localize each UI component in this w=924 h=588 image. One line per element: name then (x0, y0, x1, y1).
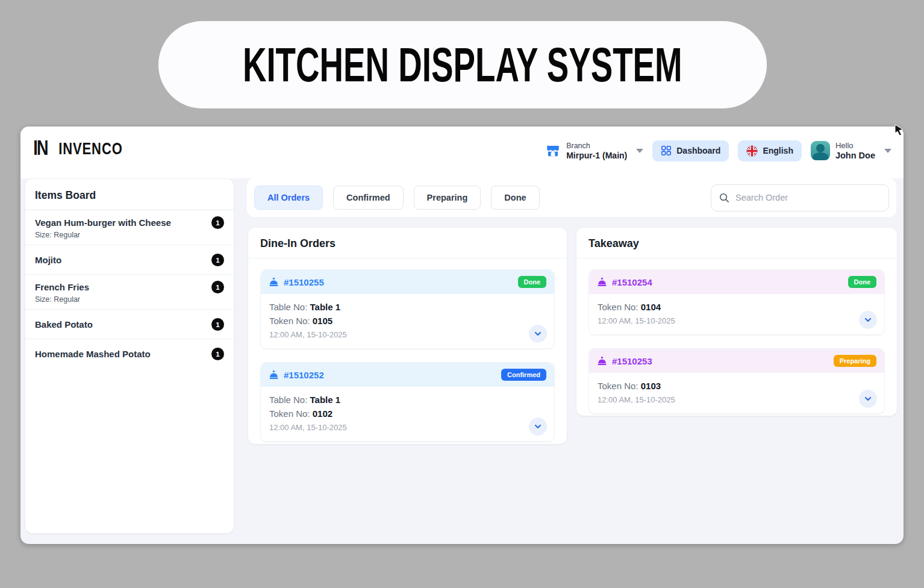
table-label: Table No: (269, 395, 310, 405)
store-icon (545, 143, 561, 158)
table-value: Table 1 (310, 302, 341, 312)
order-number: #1510254 (612, 277, 652, 287)
item-name: French Fries (35, 282, 89, 292)
order-number: #1510255 (284, 277, 324, 287)
title-banner: KITCHEN DISPLAY SYSTEM (158, 21, 767, 108)
items-board-title: Items Board (25, 179, 234, 210)
expand-order-button[interactable] (859, 390, 877, 408)
chevron-down-icon[interactable] (636, 149, 643, 153)
token-value: 0102 (313, 408, 332, 419)
order-card[interactable]: #1510253 Preparing Token No: 0103 12:00 … (588, 348, 885, 414)
table-label: Table No: (269, 302, 310, 312)
takeaway-panel: Takeaway #1510254 Done T (576, 228, 897, 416)
order-timestamp: 12:00 AM, 15-10-2025 (269, 421, 546, 434)
order-number: #1510252 (284, 370, 324, 380)
chevron-down-icon (533, 329, 543, 339)
tab-done[interactable]: Done (491, 186, 539, 210)
tab-confirmed[interactable]: Confirmed (333, 186, 404, 210)
tab-preparing[interactable]: Preparing (414, 186, 481, 210)
chevron-down-icon[interactable] (884, 149, 891, 153)
branch-value: Mirpur-1 (Main) (566, 151, 627, 160)
header-controls: Branch Mirpur-1 (Main) Dashboard (545, 140, 891, 161)
page-title: KITCHEN DISPLAY SYSTEM (243, 37, 682, 92)
order-card[interactable]: #1510252 Confirmed Table No: Table 1 Tok… (260, 362, 555, 442)
list-item[interactable]: Vegan Hum-burger with Cheese 1 Size: Reg… (25, 210, 234, 245)
token-label: Token No: (269, 316, 313, 326)
dine-in-title: Dine-In Orders (248, 228, 567, 258)
chevron-down-icon (863, 315, 873, 325)
token-value: 0105 (313, 316, 332, 326)
dine-in-panel: Dine-In Orders #1510255 Done (248, 228, 567, 444)
list-item[interactable]: French Fries 1 Size: Regular (25, 275, 234, 310)
expand-order-button[interactable] (529, 325, 547, 343)
app-window: IN INVENCO Branch Mirpur-1 (Main) (20, 127, 904, 544)
order-card-body: Token No: 0104 12:00 AM, 15-10-2025 (589, 294, 884, 334)
order-card-header: #1510252 Confirmed (261, 363, 554, 387)
search-input[interactable] (735, 193, 881, 202)
order-number: #1510253 (612, 356, 652, 366)
order-card-body: Token No: 0103 12:00 AM, 15-10-2025 (589, 373, 884, 413)
order-timestamp: 12:00 AM, 15-10-2025 (269, 328, 546, 342)
list-item[interactable]: Mojito 1 (25, 245, 234, 275)
list-item[interactable]: Baked Potato 1 (25, 310, 234, 339)
order-card-body: Table No: Table 1 Token No: 0102 12:00 A… (261, 387, 554, 441)
list-item[interactable]: Homemade Mashed Potato 1 (25, 339, 234, 368)
chevron-down-icon (863, 394, 873, 404)
logo-mark: IN (33, 136, 47, 160)
language-button-label: English (763, 146, 793, 155)
user-menu[interactable]: Hello John Doe (811, 141, 891, 160)
item-count-badge: 1 (211, 254, 224, 266)
cloche-icon (269, 277, 279, 287)
app-header: IN INVENCO Branch Mirpur-1 (Main) (20, 127, 904, 178)
token-label: Token No: (269, 408, 313, 419)
item-count-badge: 1 (211, 348, 224, 360)
order-card-header: #1510253 Preparing (589, 349, 884, 373)
page: { "banner": { "title": "KITCHEN DISPLAY … (0, 0, 924, 588)
item-count-badge: 1 (211, 216, 224, 229)
user-greeting: Hello (835, 141, 875, 151)
cloche-icon (269, 370, 279, 380)
cloche-icon (597, 356, 607, 366)
branch-selector[interactable]: Branch Mirpur-1 (Main) (545, 141, 643, 160)
logo: IN INVENCO (33, 138, 127, 158)
cloche-icon (597, 277, 607, 287)
uk-flag-icon (746, 145, 758, 157)
order-card-body: Table No: Table 1 Token No: 0105 12:00 A… (261, 294, 554, 348)
item-count-badge: 1 (211, 318, 224, 331)
dashboard-grid-icon (661, 145, 672, 156)
logo-text: INVENCO (58, 139, 122, 158)
expand-order-button[interactable] (529, 418, 547, 436)
item-name: Vegan Hum-burger with Cheese (35, 217, 171, 228)
order-card-header: #1510255 Done (261, 270, 554, 294)
takeaway-title: Takeaway (576, 228, 897, 258)
order-timestamp: 12:00 AM, 15-10-2025 (598, 314, 876, 328)
language-button[interactable]: English (738, 140, 802, 161)
token-label: Token No: (598, 381, 641, 391)
item-name: Mojito (35, 255, 61, 265)
search-box[interactable] (711, 184, 889, 211)
search-icon (719, 192, 730, 204)
order-card[interactable]: #1510254 Done Token No: 0104 12:00 AM, 1… (588, 269, 885, 335)
user-texts: Hello John Doe (835, 141, 875, 160)
dashboard-button-label: Dashboard (676, 146, 720, 155)
branch-texts: Branch Mirpur-1 (Main) (566, 141, 627, 160)
table-value: Table 1 (310, 395, 341, 405)
dashboard-button[interactable]: Dashboard (652, 140, 729, 161)
status-badge: Confirmed (501, 369, 546, 381)
item-count-badge: 1 (211, 281, 224, 293)
item-size: Size: Regular (35, 231, 224, 239)
token-value: 0104 (641, 302, 661, 312)
item-size: Size: Regular (35, 295, 224, 304)
tab-all-orders[interactable]: All Orders (254, 186, 323, 210)
token-label: Token No: (598, 302, 641, 312)
token-value: 0103 (641, 381, 661, 391)
status-badge: Done (848, 276, 877, 288)
items-board-panel: Items Board Vegan Hum-burger with Cheese… (25, 179, 234, 533)
item-name: Baked Potato (35, 319, 93, 330)
filter-bar: All Orders Confirmed Preparing Done (247, 178, 896, 217)
expand-order-button[interactable] (859, 311, 877, 329)
item-name: Homemade Mashed Potato (35, 349, 151, 359)
dine-in-cards: #1510255 Done Table No: Table 1 Token No… (248, 258, 567, 444)
order-card[interactable]: #1510255 Done Table No: Table 1 Token No… (260, 269, 555, 349)
status-badge: Done (518, 276, 547, 288)
